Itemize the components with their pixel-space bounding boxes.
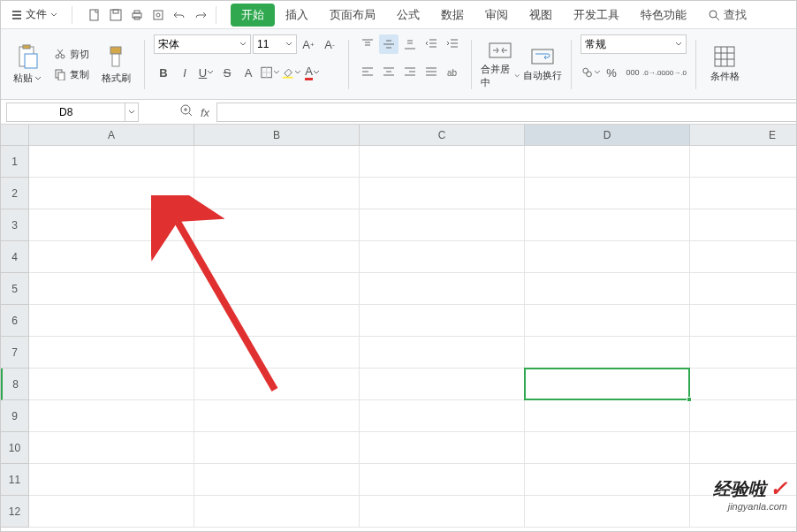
cell[interactable] xyxy=(525,337,690,369)
align-middle-button[interactable] xyxy=(379,34,398,54)
select-all-corner[interactable] xyxy=(1,125,29,146)
column-header[interactable]: C xyxy=(360,125,525,146)
paste-button[interactable]: 粘贴 xyxy=(8,36,47,93)
cell[interactable] xyxy=(525,432,690,464)
cell[interactable] xyxy=(525,273,690,305)
cell[interactable] xyxy=(690,146,796,178)
align-top-button[interactable] xyxy=(358,34,377,54)
cell[interactable] xyxy=(525,146,690,178)
new-icon[interactable] xyxy=(87,7,102,23)
currency-button[interactable] xyxy=(581,63,600,82)
cell[interactable] xyxy=(360,209,525,241)
cell[interactable] xyxy=(194,432,360,464)
italic-button[interactable]: I xyxy=(175,63,194,82)
cell[interactable] xyxy=(29,369,194,400)
cell[interactable] xyxy=(360,400,525,432)
tab-view[interactable]: 视图 xyxy=(519,4,563,27)
row-header[interactable]: 4 xyxy=(1,241,29,273)
cell[interactable] xyxy=(360,464,525,496)
cell[interactable] xyxy=(194,305,360,337)
cell[interactable] xyxy=(360,146,525,178)
cell[interactable] xyxy=(29,337,194,369)
row-header[interactable]: 6 xyxy=(1,305,29,337)
cell[interactable] xyxy=(525,464,690,496)
cell[interactable] xyxy=(194,400,360,432)
search-button[interactable]: 查找 xyxy=(708,7,747,23)
file-menu[interactable]: 文件 xyxy=(4,5,65,24)
decrease-decimal-button[interactable]: .00→.0 xyxy=(665,63,685,82)
cell[interactable] xyxy=(29,305,194,337)
tab-dev[interactable]: 开发工具 xyxy=(563,4,630,27)
tab-data[interactable]: 数据 xyxy=(430,4,474,27)
name-box-input[interactable] xyxy=(7,106,125,118)
copy-button[interactable]: 复制 xyxy=(50,66,93,83)
cell[interactable] xyxy=(690,241,796,273)
undo-icon[interactable] xyxy=(171,7,187,23)
cell[interactable] xyxy=(194,209,360,241)
cell[interactable] xyxy=(525,209,690,241)
redo-icon[interactable] xyxy=(193,7,209,23)
fx-icon[interactable]: fx xyxy=(201,104,209,120)
number-format-select[interactable]: 常规 xyxy=(581,34,687,54)
cell[interactable] xyxy=(525,496,690,528)
increase-decimal-button[interactable]: .0→.00 xyxy=(644,63,664,82)
border-button[interactable] xyxy=(260,63,279,82)
tab-review[interactable]: 审阅 xyxy=(474,4,519,27)
typography-button[interactable]: A xyxy=(239,63,258,82)
cell[interactable] xyxy=(29,432,194,464)
increase-font-button[interactable]: A+ xyxy=(299,34,318,54)
cell[interactable] xyxy=(29,209,194,241)
cell[interactable] xyxy=(360,369,525,400)
cell[interactable] xyxy=(525,241,690,273)
row-header[interactable]: 8 xyxy=(1,369,29,400)
bold-button[interactable]: B xyxy=(154,63,173,82)
cell[interactable] xyxy=(194,146,360,178)
name-box[interactable] xyxy=(6,103,139,122)
cell[interactable] xyxy=(29,464,194,496)
cell[interactable] xyxy=(29,241,194,273)
row-header[interactable]: 11 xyxy=(1,464,29,496)
cell[interactable] xyxy=(690,305,796,337)
cell[interactable] xyxy=(360,178,525,209)
cell[interactable] xyxy=(194,273,360,305)
cell[interactable] xyxy=(360,305,525,337)
cell[interactable] xyxy=(690,178,796,209)
cell[interactable] xyxy=(194,369,360,400)
cell[interactable] xyxy=(690,209,796,241)
underline-button[interactable]: U xyxy=(196,63,216,82)
tab-layout[interactable]: 页面布局 xyxy=(319,4,386,27)
row-header[interactable]: 12 xyxy=(1,496,29,528)
strikethrough-button[interactable]: S xyxy=(217,63,237,82)
row-header[interactable]: 3 xyxy=(1,209,29,241)
formula-input[interactable] xyxy=(216,103,796,122)
cell[interactable] xyxy=(690,400,796,432)
cell[interactable] xyxy=(525,305,690,337)
increase-indent-button[interactable] xyxy=(443,34,462,54)
cell[interactable] xyxy=(29,146,194,178)
row-header[interactable]: 2 xyxy=(1,178,29,209)
cell[interactable] xyxy=(690,432,796,464)
save-icon[interactable] xyxy=(108,7,124,23)
tab-start[interactable]: 开始 xyxy=(231,4,275,27)
justify-button[interactable] xyxy=(421,63,441,82)
cell[interactable] xyxy=(360,432,525,464)
decrease-font-button[interactable]: A- xyxy=(320,34,339,54)
orientation-button[interactable]: ab xyxy=(443,63,462,82)
tab-formula[interactable]: 公式 xyxy=(386,4,430,27)
cell[interactable] xyxy=(194,464,360,496)
row-header[interactable]: 9 xyxy=(1,400,29,432)
cell[interactable] xyxy=(525,369,690,400)
decrease-indent-button[interactable] xyxy=(421,34,441,54)
cell[interactable] xyxy=(194,337,360,369)
align-bottom-button[interactable] xyxy=(400,34,420,54)
cell[interactable] xyxy=(360,273,525,305)
tab-insert[interactable]: 插入 xyxy=(275,4,319,27)
cell[interactable] xyxy=(360,337,525,369)
row-header[interactable]: 5 xyxy=(1,273,29,305)
font-color-button[interactable]: A xyxy=(302,63,322,82)
cell[interactable] xyxy=(690,273,796,305)
align-left-button[interactable] xyxy=(358,63,377,82)
align-right-button[interactable] xyxy=(400,63,420,82)
print-icon[interactable] xyxy=(129,7,145,23)
font-name-select[interactable]: 宋体 xyxy=(154,34,251,54)
